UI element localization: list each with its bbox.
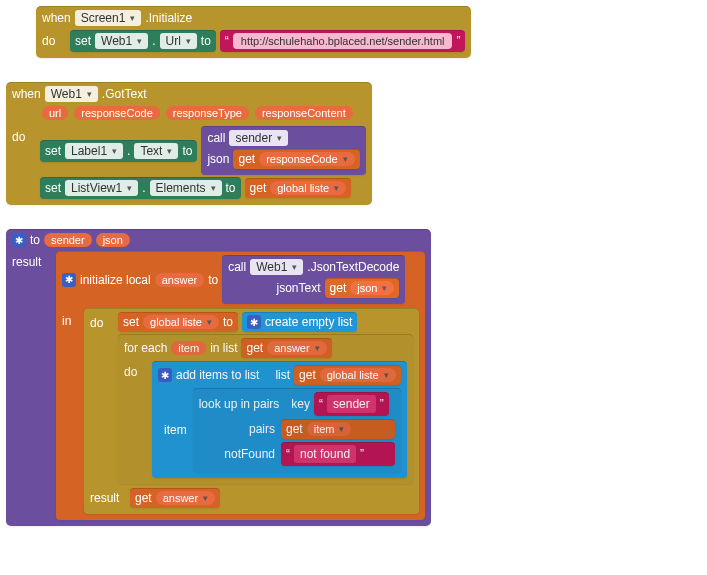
label-lookup: look up in pairs [199, 397, 280, 411]
param-responsecontent[interactable]: responseContent [255, 106, 353, 120]
dropdown-url-prop[interactable]: Url [160, 33, 197, 49]
kw-set: set [45, 181, 61, 195]
dropdown-text-prop[interactable]: Text [134, 143, 178, 159]
set-web1-url[interactable]: set Web1 . Url to [70, 30, 216, 52]
localvar-answer[interactable]: answer [155, 273, 204, 287]
param-responsetype[interactable]: responseType [166, 106, 249, 120]
kw-in: in [62, 308, 80, 328]
kw-result: result [90, 491, 126, 505]
dropdown-web1[interactable]: Web1 [95, 33, 148, 49]
arg-label-item: item [158, 423, 187, 437]
method-jsontextdecode: .JsonTextDecode [307, 260, 399, 274]
text-sender[interactable]: sender [327, 395, 376, 413]
kw-do: do [124, 361, 148, 379]
arg-label-pairs: pairs [199, 422, 275, 436]
close-quote: ” [456, 34, 460, 48]
close-quote: ” [360, 447, 364, 461]
var-global-liste[interactable]: global liste [270, 181, 346, 195]
get-answer-result[interactable]: get answer [130, 488, 220, 508]
kw-get: get [238, 152, 255, 166]
kw-get: get [330, 281, 347, 295]
dropdown-sender-proc[interactable]: sender [229, 130, 288, 146]
kw-result: result [12, 251, 52, 269]
kw-get: get [286, 422, 303, 436]
kw-to: to [30, 233, 40, 247]
dropdown-elements-prop[interactable]: Elements [150, 180, 222, 196]
dropdown-label1[interactable]: Label1 [65, 143, 123, 159]
kw-to: to [223, 315, 233, 329]
var-answer[interactable]: answer [267, 341, 326, 355]
param-responsecode[interactable]: responseCode [74, 106, 160, 120]
loopvar-item[interactable]: item [171, 341, 206, 355]
gear-icon[interactable] [158, 368, 172, 382]
event-gottext: .GotText [102, 87, 147, 101]
label-create-empty-list: create empty list [265, 315, 352, 329]
proc-arg-json[interactable]: json [96, 233, 130, 247]
url-text[interactable]: http://schulehaho.bplaced.net/sender.htm… [233, 33, 453, 49]
dropdown-listview1[interactable]: ListView1 [65, 180, 138, 196]
set-listview1-elements[interactable]: set ListView1 . Elements to [40, 177, 241, 199]
kw-in-list: in list [210, 341, 237, 355]
open-quote: “ [286, 447, 290, 461]
dropdown-screen1[interactable]: Screen1 [75, 10, 142, 26]
string-sender[interactable]: “ sender ” [314, 392, 389, 416]
for-each-item[interactable]: for each item in list get answer [118, 334, 413, 484]
string-notfound[interactable]: “ not found ” [281, 442, 395, 466]
do-result-wrapper[interactable]: do set global liste to [84, 308, 419, 514]
kw-set: set [45, 144, 61, 158]
dropdown-web1[interactable]: Web1 [45, 86, 98, 102]
var-global-liste[interactable]: global liste [143, 315, 219, 329]
initialize-local-answer[interactable]: initialize local answer to call Web1 .Js… [56, 251, 425, 520]
var-answer[interactable]: answer [156, 491, 215, 505]
text-notfound[interactable]: not found [294, 445, 356, 463]
kw-set: set [75, 34, 91, 48]
kw-to: to [201, 34, 211, 48]
arg-label-json: json [207, 152, 229, 166]
dropdown-web1[interactable]: Web1 [250, 259, 303, 275]
get-json[interactable]: get json [325, 278, 400, 298]
kw-do: do [90, 312, 114, 330]
label-add-items: add items to list [176, 368, 259, 382]
var-responsecode[interactable]: responseCode [259, 152, 355, 166]
proc-name-sender[interactable]: sender [44, 233, 92, 247]
block-web1-gottext[interactable]: when Web1 .GotText url responseCode resp… [6, 82, 707, 205]
kw-call: call [207, 131, 225, 145]
kw-set: set [123, 315, 139, 329]
get-answer[interactable]: get answer [241, 338, 331, 358]
kw-when: when [12, 87, 41, 101]
lookup-in-pairs[interactable]: look up in pairs key “ sender [193, 388, 401, 472]
string-literal-url[interactable]: “ http://schulehaho.bplaced.net/sender.h… [220, 30, 466, 52]
gear-icon[interactable] [12, 233, 26, 247]
var-global-liste[interactable]: global liste [320, 368, 396, 382]
get-responsecode[interactable]: get responseCode [233, 149, 359, 169]
param-url[interactable]: url [42, 106, 68, 120]
kw-initialize-local: initialize local [80, 273, 151, 287]
gear-icon[interactable] [247, 315, 261, 329]
var-json[interactable]: json [350, 281, 394, 295]
kw-do: do [12, 126, 36, 144]
block-procedure-sender[interactable]: to sender json result initialize local a… [6, 229, 707, 526]
get-global-liste[interactable]: get global liste [294, 365, 401, 385]
call-web1-jsontextdecode[interactable]: call Web1 .JsonTextDecode jsonText get j… [222, 255, 405, 304]
add-items-to-list[interactable]: add items to list list get global liste [152, 361, 407, 478]
block-screen1-initialize[interactable]: when Screen1 .Initialize do set Web1 . U… [6, 6, 707, 58]
arg-label-list: list [275, 368, 290, 382]
kw-call: call [228, 260, 246, 274]
dot: . [142, 181, 145, 195]
create-empty-list[interactable]: create empty list [242, 312, 357, 332]
kw-to: to [208, 273, 218, 287]
set-global-liste[interactable]: set global liste to [118, 312, 238, 332]
arg-label-key: key [291, 397, 310, 411]
var-item[interactable]: item [307, 422, 352, 436]
kw-get: get [135, 491, 152, 505]
dot: . [127, 144, 130, 158]
set-label1-text[interactable]: set Label1 . Text to [40, 140, 197, 162]
kw-to: to [182, 144, 192, 158]
kw-for-each: for each [124, 341, 167, 355]
get-item[interactable]: get item [281, 419, 395, 439]
get-global-liste[interactable]: get global liste [245, 178, 352, 198]
arg-label-notfound: notFound [199, 447, 275, 461]
call-sender[interactable]: call sender json get responseCode [201, 126, 365, 175]
gear-icon[interactable] [62, 273, 76, 287]
kw-to: to [226, 181, 236, 195]
